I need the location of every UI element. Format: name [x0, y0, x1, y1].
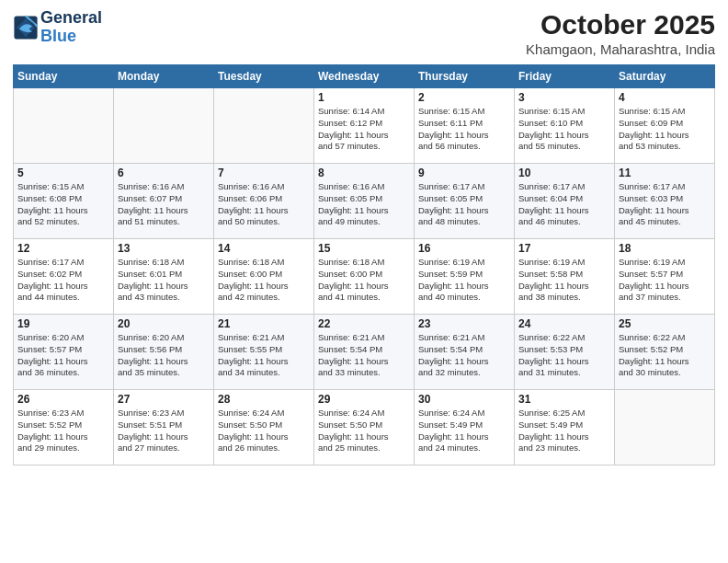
day-number: 11 — [619, 167, 711, 179]
calendar-cell: 21Sunrise: 6:21 AMSunset: 5:55 PMDayligh… — [214, 315, 314, 390]
day-number: 17 — [518, 242, 610, 255]
location-title: Khamgaon, Maharashtra, India — [526, 41, 715, 57]
day-number: 7 — [218, 167, 310, 179]
day-info: Sunrise: 6:15 AMSunset: 6:09 PMDaylight:… — [619, 106, 711, 153]
calendar-table: SundayMondayTuesdayWednesdayThursdayFrid… — [13, 64, 715, 465]
day-number: 3 — [518, 91, 610, 104]
calendar-cell: 30Sunrise: 6:24 AMSunset: 5:49 PMDayligh… — [415, 390, 515, 465]
calendar-cell: 16Sunrise: 6:19 AMSunset: 5:59 PMDayligh… — [415, 239, 515, 315]
day-info: Sunrise: 6:17 AMSunset: 6:05 PMDaylight:… — [418, 181, 510, 228]
day-info: Sunrise: 6:23 AMSunset: 5:51 PMDaylight:… — [118, 408, 210, 454]
calendar-cell: 13Sunrise: 6:18 AMSunset: 6:01 PMDayligh… — [114, 239, 214, 315]
weekday-header-monday: Monday — [114, 65, 214, 88]
day-info: Sunrise: 6:16 AMSunset: 6:05 PMDaylight:… — [318, 181, 410, 228]
day-number: 27 — [118, 393, 210, 406]
day-number: 30 — [418, 393, 510, 406]
day-number: 24 — [518, 317, 610, 330]
calendar-cell: 19Sunrise: 6:20 AMSunset: 5:57 PMDayligh… — [14, 315, 114, 390]
day-number: 23 — [418, 317, 510, 330]
calendar-cell: 14Sunrise: 6:18 AMSunset: 6:00 PMDayligh… — [214, 239, 314, 315]
calendar-cell: 29Sunrise: 6:24 AMSunset: 5:50 PMDayligh… — [314, 390, 415, 465]
logo-icon — [13, 15, 39, 40]
weekday-header-tuesday: Tuesday — [214, 65, 314, 88]
day-number: 21 — [218, 317, 310, 330]
day-number: 20 — [118, 317, 210, 330]
day-number: 31 — [518, 393, 610, 406]
day-number: 25 — [619, 317, 711, 330]
calendar-cell: 1Sunrise: 6:14 AMSunset: 6:12 PMDaylight… — [314, 88, 415, 164]
day-info: Sunrise: 6:21 AMSunset: 5:54 PMDaylight:… — [318, 332, 410, 379]
weekday-header-row: SundayMondayTuesdayWednesdayThursdayFrid… — [14, 65, 715, 88]
day-info: Sunrise: 6:18 AMSunset: 6:01 PMDaylight:… — [118, 257, 210, 304]
day-info: Sunrise: 6:19 AMSunset: 5:59 PMDaylight:… — [418, 257, 510, 304]
week-row-3: 12Sunrise: 6:17 AMSunset: 6:02 PMDayligh… — [14, 239, 715, 315]
logo-text: GeneralBlue — [40, 9, 102, 46]
day-info: Sunrise: 6:15 AMSunset: 6:08 PMDaylight:… — [17, 181, 109, 228]
calendar-cell: 23Sunrise: 6:21 AMSunset: 5:54 PMDayligh… — [415, 315, 515, 390]
calendar-cell: 24Sunrise: 6:22 AMSunset: 5:53 PMDayligh… — [515, 315, 615, 390]
day-number: 14 — [218, 242, 310, 255]
day-info: Sunrise: 6:24 AMSunset: 5:50 PMDaylight:… — [318, 408, 410, 454]
page: GeneralBlue October 2025 Khamgaon, Mahar… — [0, 0, 728, 563]
calendar-cell: 8Sunrise: 6:16 AMSunset: 6:05 PMDaylight… — [314, 164, 415, 239]
calendar-cell: 25Sunrise: 6:22 AMSunset: 5:52 PMDayligh… — [615, 315, 715, 390]
month-title: October 2025 — [526, 9, 715, 40]
calendar-cell — [114, 88, 214, 164]
day-info: Sunrise: 6:20 AMSunset: 5:57 PMDaylight:… — [17, 332, 109, 379]
calendar-cell: 28Sunrise: 6:24 AMSunset: 5:50 PMDayligh… — [214, 390, 314, 465]
title-block: October 2025 Khamgaon, Maharashtra, Indi… — [526, 9, 715, 57]
weekday-header-thursday: Thursday — [415, 65, 515, 88]
calendar-cell: 9Sunrise: 6:17 AMSunset: 6:05 PMDaylight… — [415, 164, 515, 239]
day-number: 29 — [318, 393, 410, 406]
day-info: Sunrise: 6:18 AMSunset: 6:00 PMDaylight:… — [318, 257, 410, 304]
day-info: Sunrise: 6:24 AMSunset: 5:50 PMDaylight:… — [218, 408, 310, 454]
day-info: Sunrise: 6:16 AMSunset: 6:06 PMDaylight:… — [218, 181, 310, 228]
day-info: Sunrise: 6:19 AMSunset: 5:57 PMDaylight:… — [619, 257, 711, 304]
calendar-cell: 4Sunrise: 6:15 AMSunset: 6:09 PMDaylight… — [615, 88, 715, 164]
day-number: 19 — [17, 317, 109, 330]
weekday-header-friday: Friday — [515, 65, 615, 88]
day-number: 10 — [518, 167, 610, 179]
day-info: Sunrise: 6:21 AMSunset: 5:55 PMDaylight:… — [218, 332, 310, 379]
calendar-cell: 17Sunrise: 6:19 AMSunset: 5:58 PMDayligh… — [515, 239, 615, 315]
calendar-cell: 15Sunrise: 6:18 AMSunset: 6:00 PMDayligh… — [314, 239, 415, 315]
day-number: 16 — [418, 242, 510, 255]
day-number: 8 — [318, 167, 410, 179]
day-info: Sunrise: 6:24 AMSunset: 5:49 PMDaylight:… — [418, 408, 510, 454]
calendar-cell: 18Sunrise: 6:19 AMSunset: 5:57 PMDayligh… — [615, 239, 715, 315]
day-number: 18 — [619, 242, 711, 255]
day-info: Sunrise: 6:18 AMSunset: 6:00 PMDaylight:… — [218, 257, 310, 304]
day-number: 28 — [218, 393, 310, 406]
calendar-cell: 3Sunrise: 6:15 AMSunset: 6:10 PMDaylight… — [515, 88, 615, 164]
calendar-cell — [14, 88, 114, 164]
day-number: 1 — [318, 91, 410, 104]
day-info: Sunrise: 6:22 AMSunset: 5:52 PMDaylight:… — [619, 332, 711, 379]
header: GeneralBlue October 2025 Khamgaon, Mahar… — [13, 9, 715, 57]
day-number: 22 — [318, 317, 410, 330]
calendar-cell — [214, 88, 314, 164]
day-number: 2 — [418, 91, 510, 104]
day-info: Sunrise: 6:23 AMSunset: 5:52 PMDaylight:… — [17, 408, 109, 454]
day-number: 13 — [118, 242, 210, 255]
day-info: Sunrise: 6:19 AMSunset: 5:58 PMDaylight:… — [518, 257, 610, 304]
day-info: Sunrise: 6:14 AMSunset: 6:12 PMDaylight:… — [318, 106, 410, 153]
calendar-cell: 22Sunrise: 6:21 AMSunset: 5:54 PMDayligh… — [314, 315, 415, 390]
week-row-2: 5Sunrise: 6:15 AMSunset: 6:08 PMDaylight… — [14, 164, 715, 239]
day-info: Sunrise: 6:17 AMSunset: 6:04 PMDaylight:… — [518, 181, 610, 228]
logo: GeneralBlue — [13, 9, 102, 46]
day-info: Sunrise: 6:15 AMSunset: 6:11 PMDaylight:… — [418, 106, 510, 153]
weekday-header-sunday: Sunday — [14, 65, 114, 88]
day-info: Sunrise: 6:25 AMSunset: 5:49 PMDaylight:… — [518, 408, 610, 454]
calendar-cell: 27Sunrise: 6:23 AMSunset: 5:51 PMDayligh… — [114, 390, 214, 465]
day-number: 6 — [118, 167, 210, 179]
day-number: 15 — [318, 242, 410, 255]
day-info: Sunrise: 6:22 AMSunset: 5:53 PMDaylight:… — [518, 332, 610, 379]
day-number: 9 — [418, 167, 510, 179]
calendar-cell: 26Sunrise: 6:23 AMSunset: 5:52 PMDayligh… — [14, 390, 114, 465]
day-number: 4 — [619, 91, 711, 104]
day-number: 12 — [17, 242, 109, 255]
week-row-5: 26Sunrise: 6:23 AMSunset: 5:52 PMDayligh… — [14, 390, 715, 465]
calendar-cell: 11Sunrise: 6:17 AMSunset: 6:03 PMDayligh… — [615, 164, 715, 239]
day-number: 5 — [17, 167, 109, 179]
day-info: Sunrise: 6:21 AMSunset: 5:54 PMDaylight:… — [418, 332, 510, 379]
